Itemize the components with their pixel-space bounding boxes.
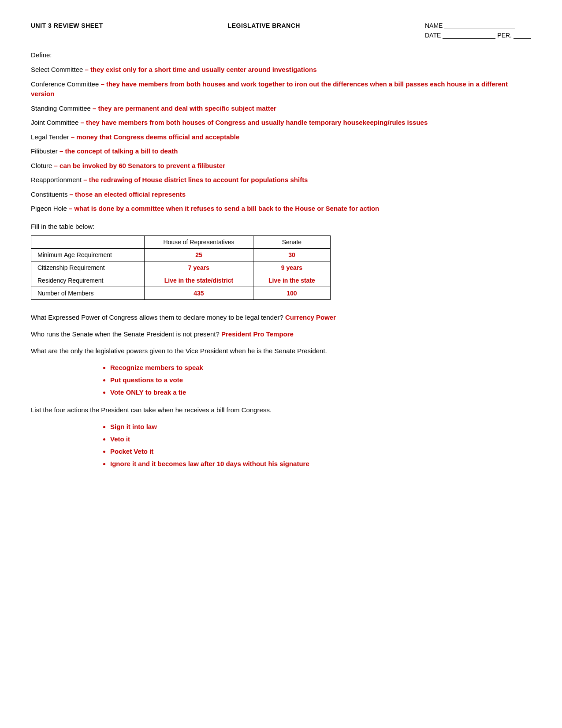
answer-1: – they have members from both houses and… — [31, 80, 508, 98]
table-row-1: Citizenship Requirement 7 years 9 years — [31, 261, 331, 274]
president-question: List the four actions the President can … — [31, 405, 531, 415]
table-row-3: Number of Members 435 100 — [31, 287, 331, 299]
vp-powers-list: Recognize members to speakPut questions … — [110, 362, 531, 398]
definition-item-6: Cloture – can be invoked by 60 Senators … — [31, 161, 531, 171]
president-bullet-0: Sign it into law — [110, 422, 531, 432]
row-senate-1: 9 years — [253, 261, 330, 274]
row-label-3: Number of Members — [31, 287, 145, 299]
question-answer-1: President Pro Tempore — [221, 330, 294, 338]
term-2: Standing Committee — [31, 105, 91, 112]
page-header: UNIT 3 REVIEW SHEET LEGISLATIVE BRANCH N… — [31, 22, 531, 39]
row-house-0: 25 — [144, 248, 253, 261]
term-4: Legal Tender — [31, 133, 69, 141]
questions-section: What Expressed Power of Congress allows … — [31, 312, 531, 356]
term-9: Pigeon Hole — [31, 205, 67, 212]
answer-9: – what is done by a committee when it re… — [69, 205, 379, 212]
answer-8: – those an elected official represents — [70, 190, 186, 198]
table-row-0: Minimum Age Requirement 25 30 — [31, 248, 331, 261]
fill-table-label: Fill in the table below: — [31, 223, 531, 230]
row-house-2: Live in the state/district — [144, 274, 253, 287]
name-field[interactable] — [444, 22, 515, 29]
term-6: Cloture — [31, 162, 52, 169]
row-house-3: 435 — [144, 287, 253, 299]
definitions-section: Select Committee – they exist only for a… — [31, 65, 531, 214]
table-header-row: House of Representatives Senate — [31, 235, 331, 248]
term-0: Select Committee — [31, 66, 83, 73]
question-1: Who runs the Senate when the Senate Pres… — [31, 329, 531, 340]
term-5: Filibuster — [31, 147, 58, 155]
name-label: NAME — [425, 22, 443, 29]
president-bullet-3: Ignore it and it becomes law after 10 da… — [110, 459, 531, 469]
per-field[interactable] — [514, 32, 531, 39]
definition-item-5: Filibuster – the concept of talking a bi… — [31, 146, 531, 157]
row-senate-2: Live in the state — [253, 274, 330, 287]
question-text-0: What Expressed Power of Congress allows … — [31, 314, 283, 321]
comparison-table: House of Representatives Senate Minimum … — [31, 235, 331, 300]
question-0: What Expressed Power of Congress allows … — [31, 312, 531, 323]
date-line: DATE PER. — [425, 32, 531, 39]
question-text-1: Who runs the Senate when the Senate Pres… — [31, 330, 220, 338]
row-label-1: Citizenship Requirement — [31, 261, 145, 274]
definition-item-3: Joint Committee – they have members from… — [31, 118, 531, 128]
col-header-senate: Senate — [253, 235, 330, 248]
student-info: NAME DATE PER. — [425, 22, 531, 39]
definition-item-1: Conference Committee – they have members… — [31, 79, 531, 99]
col-header-blank — [31, 235, 145, 248]
per-label: PER. — [497, 32, 512, 39]
row-label-2: Residency Requirement — [31, 274, 145, 287]
date-label: DATE — [425, 32, 441, 39]
answer-0: – they exist only for a short time and u… — [85, 66, 317, 73]
term-7: Reapportionment — [31, 176, 82, 183]
definition-item-8: Constituents – those an elected official… — [31, 190, 531, 200]
date-field[interactable] — [443, 32, 495, 39]
definition-item-7: Reapportionment – the redrawing of House… — [31, 175, 531, 185]
vp-bullet-0: Recognize members to speak — [110, 362, 531, 373]
term-8: Constituents — [31, 190, 67, 198]
vp-bullet-1: Put questions to a vote — [110, 375, 531, 385]
row-senate-3: 100 — [253, 287, 330, 299]
question-2: What are the only the legislative powers… — [31, 346, 531, 356]
answer-6: – can be invoked by 60 Senators to preve… — [54, 162, 225, 169]
row-house-1: 7 years — [144, 261, 253, 274]
answer-3: – they have members from both houses of … — [81, 119, 428, 126]
question-text-2: What are the only the legislative powers… — [31, 347, 327, 355]
term-1: Conference Committee — [31, 80, 99, 88]
subject-label: LEGISLATIVE BRANCH — [228, 22, 300, 29]
row-senate-0: 30 — [253, 248, 330, 261]
answer-5: – the concept of talking a bill to death — [60, 147, 178, 155]
vp-bullet-2: Vote ONLY to break a tie — [110, 387, 531, 398]
question-answer-0: Currency Power — [285, 314, 336, 321]
definition-item-4: Legal Tender – money that Congress deems… — [31, 132, 531, 142]
answer-7: – the redrawing of House district lines … — [83, 176, 308, 183]
president-actions-list: Sign it into lawVeto itPocket Veto itIgn… — [110, 422, 531, 469]
term-3: Joint Committee — [31, 119, 78, 126]
table-row-2: Residency Requirement Live in the state/… — [31, 274, 331, 287]
define-label: Define: — [31, 51, 531, 59]
president-bullet-2: Pocket Veto it — [110, 446, 531, 457]
definition-item-2: Standing Committee – they are permanent … — [31, 104, 531, 114]
unit-label: UNIT 3 REVIEW SHEET — [31, 22, 103, 29]
name-line: NAME — [425, 22, 531, 29]
answer-4: – money that Congress deems official and… — [71, 133, 240, 141]
col-header-house: House of Representatives — [144, 235, 253, 248]
definition-item-0: Select Committee – they exist only for a… — [31, 65, 531, 75]
president-bullet-1: Veto it — [110, 434, 531, 444]
row-label-0: Minimum Age Requirement — [31, 248, 145, 261]
answer-2: – they are permanent and deal with speci… — [93, 105, 276, 112]
table-body: Minimum Age Requirement 25 30 Citizenshi… — [31, 248, 331, 299]
definition-item-9: Pigeon Hole – what is done by a committe… — [31, 204, 531, 214]
